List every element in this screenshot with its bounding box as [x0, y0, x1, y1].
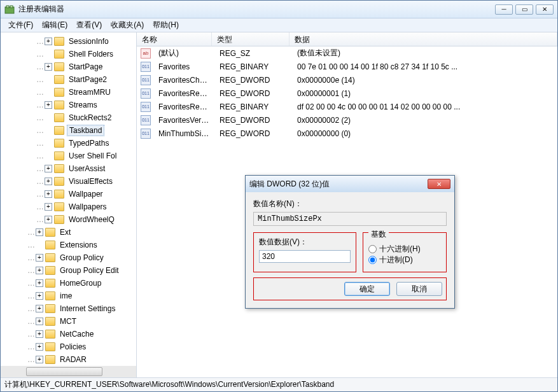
expand-icon[interactable]: +	[36, 292, 43, 300]
expand-icon[interactable]: +	[45, 203, 52, 211]
folder-icon	[45, 228, 55, 237]
titlebar[interactable]: 注册表编辑器 ─ ▭ ✕	[1, 1, 557, 18]
tree-guide: …	[27, 304, 34, 313]
folder-icon	[54, 215, 64, 224]
maximize-button[interactable]: ▭	[515, 4, 533, 15]
tree-node-label: Taskband	[67, 125, 104, 136]
radio-dec[interactable]	[368, 256, 377, 264]
expand-icon[interactable]: +	[36, 267, 43, 274]
menu-view[interactable]: 查看(V)	[73, 18, 106, 32]
value-data-input[interactable]	[259, 250, 351, 263]
col-type[interactable]: 类型	[212, 32, 289, 46]
tree-guide: …	[27, 342, 34, 351]
value-row[interactable]: 011MinThumbSize...REG_DWORD0x00000000 (0…	[137, 127, 557, 140]
tree-node[interactable]: …+StuckRects2	[1, 111, 136, 124]
tree-node[interactable]: …+Group Policy Edit	[1, 264, 136, 277]
tree-node[interactable]: …+Policies	[1, 340, 136, 353]
tree-h-scrollbar[interactable]	[1, 366, 136, 377]
expand-icon[interactable]: +	[45, 38, 52, 45]
tree-node[interactable]: …+Wallpapers	[1, 200, 136, 213]
menu-help[interactable]: 帮助(H)	[149, 18, 183, 32]
list-header[interactable]: 名称 类型 数据	[137, 32, 557, 46]
expand-icon[interactable]: +	[36, 343, 43, 351]
cell-type: REG_DWORD	[214, 74, 292, 86]
tree-node[interactable]: …+StreamMRU	[1, 86, 136, 99]
cancel-button[interactable]: 取消	[396, 282, 442, 296]
expand-icon[interactable]: +	[45, 178, 52, 185]
dialog-titlebar[interactable]: 编辑 DWORD (32 位)值 ✕	[246, 176, 454, 192]
tree-node-label: Group Policy	[58, 253, 106, 263]
tree-node[interactable]: …+SessionInfo	[1, 35, 136, 48]
folder-icon	[54, 113, 64, 122]
tree-node[interactable]: …+Internet Settings	[1, 302, 136, 315]
value-row[interactable]: 011FavoritesREG_BINARY00 7e 01 00 00 14 …	[137, 60, 557, 73]
expand-icon[interactable]: +	[36, 330, 43, 338]
radio-hex-row[interactable]: 十六进制(H)	[368, 244, 441, 255]
col-data[interactable]: 数据	[289, 32, 557, 46]
tree-node[interactable]: …+Extensions	[1, 239, 136, 251]
value-row[interactable]: 011FavoritesChan...REG_DWORD0x0000000e (…	[137, 73, 557, 87]
folder-icon	[54, 126, 64, 135]
ok-button[interactable]: 确定	[344, 282, 390, 296]
tree-node-label: UserAssist	[67, 164, 107, 174]
col-name[interactable]: 名称	[137, 32, 212, 46]
tree-node[interactable]: …+RADAR	[1, 353, 136, 366]
svg-rect-2	[10, 6, 13, 8]
close-button[interactable]: ✕	[536, 4, 554, 15]
expand-icon[interactable]: +	[45, 165, 52, 172]
tree-node-label: Ext	[58, 227, 73, 237]
tree-node[interactable]: …+StartPage2	[1, 73, 136, 86]
radio-dec-row[interactable]: 十进制(D)	[368, 255, 441, 265]
expand-icon[interactable]: +	[36, 318, 43, 325]
tree-node-label: Policies	[58, 342, 88, 352]
tree-guide: …	[36, 50, 43, 59]
tree-node[interactable]: …+User Shell Fol	[1, 150, 136, 162]
expand-icon[interactable]: +	[45, 101, 52, 109]
tree-node[interactable]: …+VisualEffects	[1, 175, 136, 188]
value-row[interactable]: 011FavoritesRemo...REG_DWORD0x00000001 (…	[137, 87, 557, 100]
menu-file[interactable]: 文件(F)	[4, 18, 37, 32]
tree-node[interactable]: …+TypedPaths	[1, 137, 136, 150]
tree-pane[interactable]: …+SessionInfo…+Shell Folders…+StartPage……	[1, 32, 137, 377]
expand-icon[interactable]: +	[45, 63, 52, 71]
tree-node[interactable]: …+Wallpaper	[1, 188, 136, 200]
radio-hex[interactable]	[368, 245, 377, 253]
expand-icon[interactable]: +	[36, 305, 43, 312]
regedit-window: 注册表编辑器 ─ ▭ ✕ 文件(F) 编辑(E) 查看(V) 收藏夹(A) 帮助…	[0, 0, 558, 392]
expand-icon[interactable]: +	[36, 279, 43, 287]
menu-edit[interactable]: 编辑(E)	[38, 18, 71, 32]
cell-data: 0x00000001 (1)	[292, 88, 557, 99]
radio-hex-label: 十六进制(H)	[379, 244, 421, 255]
expand-icon[interactable]: +	[36, 356, 43, 363]
tree-node-label: StartPage2	[67, 74, 109, 85]
expand-icon[interactable]: +	[36, 228, 43, 236]
tree-node[interactable]: …+NetCache	[1, 328, 136, 340]
tree-guide: …	[27, 266, 34, 275]
cell-name: FavoritesVersion	[153, 115, 214, 126]
tree-node[interactable]: …+Ext	[1, 226, 136, 239]
expand-icon[interactable]: +	[45, 216, 52, 223]
tree-node-label: Wallpapers	[67, 202, 109, 212]
tree-node[interactable]: …+MCT	[1, 315, 136, 328]
tree-node[interactable]: …+ime	[1, 290, 136, 302]
expand-icon[interactable]: +	[45, 190, 52, 198]
tree-node[interactable]: …+WordWheelQ	[1, 213, 136, 226]
menu-favorites[interactable]: 收藏夹(A)	[107, 18, 148, 32]
tree-node[interactable]: …+Group Policy	[1, 251, 136, 264]
tree-node[interactable]: …+Taskband	[1, 124, 136, 137]
tree-node[interactable]: …+Streams	[1, 99, 136, 111]
tree-guide: …	[36, 113, 43, 122]
expand-icon[interactable]: +	[36, 254, 43, 262]
folder-icon	[54, 50, 64, 59]
tree-node[interactable]: …+HomeGroup	[1, 277, 136, 290]
cell-data: 0x00000000 (0)	[292, 128, 557, 139]
tree-node[interactable]: …+StartPage	[1, 60, 136, 73]
dialog-close-button[interactable]: ✕	[428, 179, 450, 189]
value-row[interactable]: 011FavoritesVersionREG_DWORD0x00000002 (…	[137, 113, 557, 127]
value-row[interactable]: ab(默认)REG_SZ(数值未设置)	[137, 46, 557, 60]
cell-name: (默认)	[153, 46, 214, 60]
tree-node[interactable]: …+UserAssist	[1, 162, 136, 175]
minimize-button[interactable]: ─	[495, 4, 513, 15]
tree-node[interactable]: …+Shell Folders	[1, 48, 136, 60]
value-row[interactable]: 011FavoritesResol...REG_BINARYdf 02 00 0…	[137, 100, 557, 113]
